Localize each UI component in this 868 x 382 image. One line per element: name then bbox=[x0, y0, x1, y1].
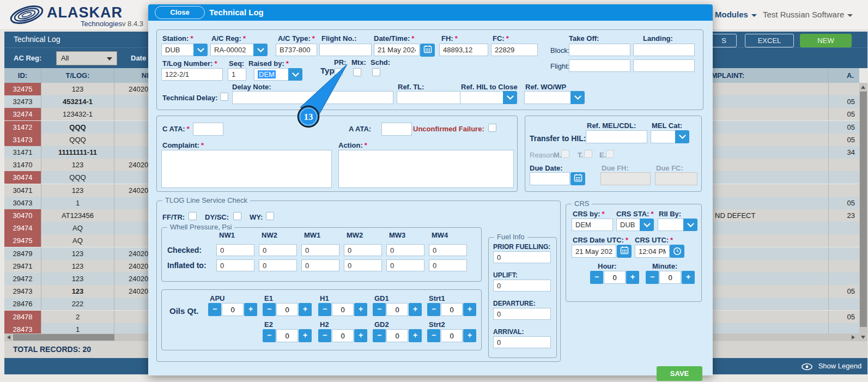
new-button[interactable]: NEW bbox=[800, 34, 852, 47]
oil-GD2-stepper[interactable]: −+ bbox=[373, 329, 422, 342]
oil-H2-stepper[interactable]: −+ bbox=[318, 329, 367, 342]
crs-utc-clock-button[interactable] bbox=[670, 245, 684, 258]
oil-GD1-value[interactable] bbox=[386, 303, 408, 316]
block-takeoff-input[interactable] bbox=[569, 44, 630, 56]
wheel-checked-input-MW3[interactable] bbox=[386, 244, 424, 256]
datetime-input[interactable] bbox=[374, 44, 420, 56]
minus-button[interactable]: − bbox=[646, 271, 659, 284]
scroll-left-icon[interactable] bbox=[7, 335, 10, 339]
reason-t-checkbox[interactable] bbox=[584, 150, 592, 158]
minus-button[interactable]: − bbox=[373, 303, 386, 316]
ref-hil-input[interactable] bbox=[460, 91, 503, 104]
horizontal-scrollbar-thumb[interactable] bbox=[13, 334, 114, 341]
oil-GD1-stepper[interactable]: −+ bbox=[373, 303, 422, 316]
wheel-inflated-input-MW2[interactable] bbox=[344, 259, 382, 271]
fh-input[interactable] bbox=[439, 44, 488, 56]
oil-Strt2-value[interactable] bbox=[441, 329, 463, 342]
action-textarea[interactable] bbox=[338, 150, 514, 188]
c-ata-input[interactable] bbox=[193, 123, 223, 136]
ref-wowp-input[interactable] bbox=[524, 91, 571, 104]
reason-e-checkbox[interactable] bbox=[606, 150, 614, 158]
ref-tl-input[interactable] bbox=[397, 91, 460, 104]
crs-sta-input[interactable] bbox=[616, 219, 640, 231]
show-legend-button[interactable]: Show Legend bbox=[801, 358, 861, 375]
oil-E1-stepper[interactable]: −+ bbox=[263, 303, 312, 316]
delay-note-input[interactable] bbox=[232, 91, 393, 104]
wheel-checked-input-NW1[interactable] bbox=[216, 244, 254, 256]
header-id[interactable]: ID: bbox=[4, 68, 41, 83]
plus-button[interactable]: + bbox=[299, 329, 312, 342]
fc-input[interactable] bbox=[491, 44, 538, 56]
complaint-textarea[interactable] bbox=[161, 150, 332, 188]
station-dropdown-button[interactable] bbox=[193, 44, 208, 56]
plus-button[interactable]: + bbox=[409, 329, 422, 342]
wheel-checked-input-NW2[interactable] bbox=[259, 244, 297, 256]
reason-m-checkbox[interactable] bbox=[561, 150, 569, 158]
vertical-scrollbar-thumb[interactable] bbox=[860, 92, 867, 327]
mtx-checkbox[interactable] bbox=[353, 68, 361, 76]
ff-tr-checkbox[interactable] bbox=[189, 212, 197, 220]
wheel-checked-input-MW1[interactable] bbox=[301, 244, 339, 256]
fuel-input[interactable] bbox=[493, 280, 551, 292]
oil-E2-stepper[interactable]: −+ bbox=[263, 329, 312, 342]
plus-button[interactable]: + bbox=[354, 303, 367, 316]
oil-H2-value[interactable] bbox=[332, 329, 354, 342]
oil-APU-value[interactable] bbox=[222, 303, 244, 316]
wy-checkbox[interactable] bbox=[266, 212, 274, 220]
minute-value[interactable] bbox=[659, 271, 681, 284]
oil-GD2-value[interactable] bbox=[386, 329, 408, 342]
crs-sta-dropdown-button[interactable] bbox=[640, 219, 654, 231]
flight-takeoff-input[interactable] bbox=[569, 59, 630, 72]
minus-button[interactable]: − bbox=[427, 303, 440, 316]
oil-Strt1-stepper[interactable]: −+ bbox=[427, 303, 476, 316]
crs-date-input[interactable] bbox=[572, 245, 616, 258]
minus-button[interactable]: − bbox=[590, 271, 603, 284]
seq-input[interactable] bbox=[228, 68, 246, 81]
wheel-inflated-input-MW1[interactable] bbox=[301, 259, 339, 271]
oil-H1-value[interactable] bbox=[332, 303, 354, 316]
oil-E2-value[interactable] bbox=[276, 329, 298, 342]
close-button[interactable]: Close bbox=[155, 6, 205, 19]
crs-date-calendar-button[interactable] bbox=[617, 245, 632, 258]
plus-button[interactable]: + bbox=[244, 303, 257, 316]
hour-stepper[interactable]: −+ bbox=[590, 271, 639, 284]
mel-cat-dropdown-button[interactable] bbox=[675, 130, 689, 143]
oil-Strt2-stepper[interactable]: −+ bbox=[427, 329, 476, 342]
due-date-input[interactable] bbox=[530, 172, 570, 185]
ac-reg-filter-select[interactable]: All bbox=[56, 51, 117, 65]
plus-button[interactable]: + bbox=[682, 271, 695, 284]
raised-by-input[interactable]: DEM bbox=[254, 68, 289, 81]
datetime-calendar-button[interactable] bbox=[420, 44, 435, 57]
mel-cat-input[interactable] bbox=[651, 130, 676, 143]
minute-stepper[interactable]: −+ bbox=[646, 271, 695, 284]
hour-value[interactable] bbox=[604, 271, 626, 284]
crs-utc-input[interactable] bbox=[635, 245, 670, 258]
scroll-down-icon[interactable] bbox=[861, 336, 865, 339]
wheel-inflated-input-NW2[interactable] bbox=[259, 259, 297, 271]
minus-button[interactable]: − bbox=[318, 329, 331, 342]
rii-by-dropdown-button[interactable] bbox=[683, 219, 697, 231]
rii-by-input[interactable] bbox=[658, 219, 684, 231]
pr-checkbox[interactable] bbox=[335, 68, 343, 76]
crs-by-input[interactable] bbox=[572, 219, 613, 231]
wheel-inflated-input-NW1[interactable] bbox=[216, 259, 254, 271]
ref-mel-input[interactable] bbox=[586, 130, 647, 143]
minus-button[interactable]: − bbox=[427, 329, 440, 342]
minus-button[interactable]: − bbox=[208, 303, 221, 316]
minus-button[interactable]: − bbox=[318, 303, 331, 316]
a-ata-input[interactable] bbox=[381, 123, 412, 136]
plus-button[interactable]: + bbox=[354, 329, 367, 342]
vertical-scrollbar[interactable] bbox=[859, 83, 867, 341]
modules-menu[interactable]: Modules bbox=[715, 10, 757, 19]
station-input[interactable] bbox=[161, 44, 194, 56]
minus-button[interactable]: − bbox=[263, 303, 276, 316]
dy-sc-checkbox[interactable] bbox=[233, 212, 241, 220]
plus-button[interactable]: + bbox=[409, 303, 422, 316]
minus-button[interactable]: − bbox=[263, 329, 276, 342]
oil-H1-stepper[interactable]: −+ bbox=[318, 303, 367, 316]
scroll-right-icon[interactable] bbox=[852, 335, 855, 339]
excel-button[interactable]: EXCEL bbox=[745, 34, 794, 47]
flight-landing-input[interactable] bbox=[633, 59, 695, 72]
wheel-checked-input-MW4[interactable] bbox=[429, 244, 467, 256]
schd-checkbox[interactable] bbox=[372, 68, 380, 76]
